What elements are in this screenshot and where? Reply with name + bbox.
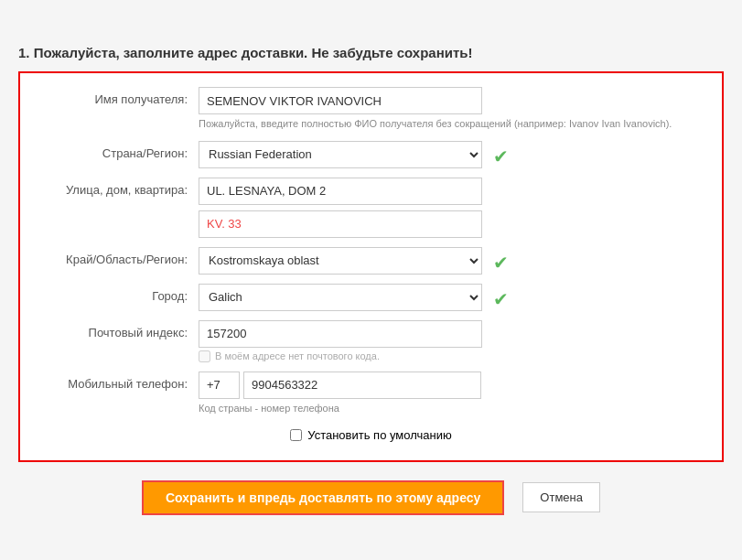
region-field: Kostromskaya oblast ✔ [199, 247, 704, 275]
name-label: Имя получателя: [38, 87, 199, 106]
region-row: Край/Область/Регион: Kostromskaya oblast… [38, 247, 704, 275]
no-postcode-checkbox[interactable] [199, 350, 210, 362]
country-checkmark: ✔ [493, 145, 509, 167]
street-field [199, 178, 704, 238]
no-postcode-label: В моём адресе нет почтового кода. [215, 350, 380, 361]
postal-field: В моём адресе нет почтового кода. [199, 320, 704, 362]
default-row: Установить по умолчанию [38, 428, 704, 442]
page-title: 1. Пожалуйста, заполните адрес доставки.… [18, 45, 724, 60]
cancel-button[interactable]: Отмена [522, 482, 600, 512]
name-hint: Пожалуйста, введите полностью ФИО получа… [199, 117, 704, 131]
street-row: Улица, дом, квартира: [38, 178, 704, 238]
postal-row: Почтовый индекс: В моём адресе нет почто… [38, 320, 704, 362]
region-label: Край/Область/Регион: [38, 247, 199, 266]
city-select[interactable]: Galich [199, 284, 482, 311]
city-checkmark: ✔ [493, 288, 509, 310]
default-label: Установить по умолчанию [307, 428, 451, 442]
postal-label: Почтовый индекс: [38, 320, 199, 339]
country-label: Страна/Регион: [38, 141, 199, 160]
country-field: Russian Federation ✔ [199, 141, 704, 168]
phone-prefix-input[interactable] [199, 372, 240, 399]
name-row: Имя получателя: Пожалуйста, введите полн… [38, 87, 704, 131]
phone-field: Код страны - номер телефона [199, 372, 704, 415]
delivery-form: Имя получателя: Пожалуйста, введите полн… [18, 71, 724, 462]
country-select[interactable]: Russian Federation [199, 141, 482, 168]
country-row: Страна/Регион: Russian Federation ✔ [38, 141, 704, 168]
save-button[interactable]: Сохранить и впредь доставлять по этому а… [142, 480, 504, 515]
phone-label: Мобильный телефон: [38, 372, 199, 391]
name-input[interactable] [199, 87, 482, 114]
region-checkmark: ✔ [493, 252, 509, 274]
name-field: Пожалуйста, введите полностью ФИО получа… [199, 87, 704, 131]
city-row: Город: Galich ✔ [38, 284, 704, 311]
postal-input[interactable] [199, 320, 482, 348]
region-select[interactable]: Kostromskaya oblast [199, 247, 482, 275]
phone-hint: Код страны - номер телефона [199, 402, 704, 415]
street-input[interactable] [199, 178, 482, 205]
phone-number-input[interactable] [243, 372, 481, 399]
default-checkbox[interactable] [290, 429, 302, 441]
phone-row: Мобильный телефон: Код страны - номер те… [38, 372, 704, 415]
city-field: Galich ✔ [199, 284, 704, 311]
apt-input[interactable] [199, 210, 482, 238]
street-label: Улица, дом, квартира: [38, 178, 199, 197]
footer-row: Сохранить и впредь доставлять по этому а… [18, 480, 724, 515]
city-label: Город: [38, 284, 199, 303]
